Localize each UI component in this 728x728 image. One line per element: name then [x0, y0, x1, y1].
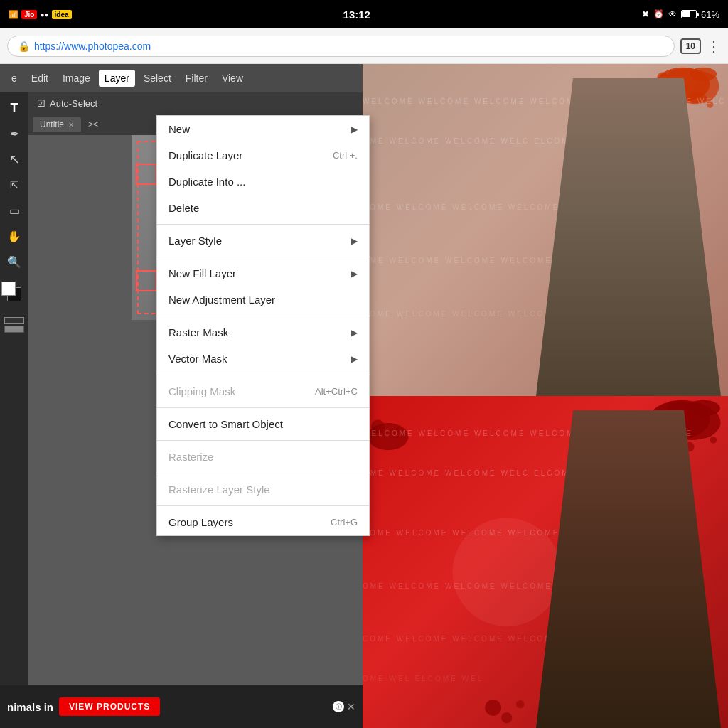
canvas-tab-untitle[interactable]: Untitle ✕	[33, 117, 81, 132]
ad-controls: ⓘ ✕	[333, 701, 355, 712]
dropdown-item-new-fill-layer[interactable]: New Fill Layer▶	[157, 260, 369, 287]
tool-transform[interactable]: ⇱	[3, 173, 26, 196]
auto-select-bar: ☑ Auto-Select	[34, 98, 100, 109]
dropdown-submenu-arrow: ▶	[351, 124, 358, 134]
status-time: 13:12	[343, 9, 370, 21]
canvas-tabs: ☑ Auto-Select	[28, 92, 363, 114]
dropdown-shortcut: Alt+Ctrl+C	[315, 386, 358, 397]
dropdown-item-label: Layer Style	[168, 235, 222, 247]
tool-zoom[interactable]: 🔍	[3, 250, 26, 273]
carrier-jio: Jio	[21, 10, 37, 19]
ad-info-icon[interactable]: ⓘ	[333, 701, 344, 712]
menu-item-edit[interactable]: Edit	[26, 70, 54, 87]
layer-dropdown-menu: New▶Duplicate LayerCtrl +.Duplicate Into…	[156, 115, 370, 536]
fg-color-swatch[interactable]	[1, 282, 16, 296]
dropdown-divider	[157, 224, 369, 225]
menu-item-view[interactable]: View	[216, 70, 249, 87]
dropdown-item-label: New	[168, 123, 190, 135]
dropdown-item-label: Delete	[168, 202, 199, 214]
tool-select[interactable]: ↖	[3, 148, 26, 171]
carrier-idea: idea	[52, 10, 72, 19]
status-left: 📶 Jio ●● idea	[9, 10, 72, 19]
dropdown-item-clipping-mask: Clipping MaskAlt+Ctrl+C	[157, 378, 369, 405]
layer-d	[4, 317, 24, 324]
dropdown-divider	[157, 473, 369, 473]
expand-icon[interactable]: ><	[84, 117, 102, 132]
main-content: e Edit Image Layer Select Filter View T …	[0, 64, 728, 728]
dropdown-item-duplicate-into-...[interactable]: Duplicate Into ...	[157, 168, 369, 195]
tab-count[interactable]: 10	[680, 38, 701, 54]
more-options-icon[interactable]: ⋮	[707, 38, 721, 55]
dropdown-item-duplicate-layer[interactable]: Duplicate LayerCtrl +.	[157, 142, 369, 168]
dropdown-divider	[157, 375, 369, 375]
dropdown-item-group-layers[interactable]: Group LayersCtrl+G	[157, 509, 369, 535]
dropdown-item-right: Ctrl+G	[331, 517, 358, 528]
image-top: WELCOME WELCOME WELCOME WELCOME WELCOME …	[363, 64, 728, 396]
dropdown-divider	[157, 257, 369, 257]
menu-item-e[interactable]: e	[6, 70, 23, 87]
tool-pen[interactable]: ✒	[3, 122, 26, 145]
dropdown-submenu-arrow: ▶	[351, 328, 358, 338]
auto-select-label: Auto-Select	[50, 98, 97, 109]
ad-banner: nimals in VIEW PRODUCTS ⓘ ✕	[0, 685, 363, 728]
dropdown-divider	[157, 440, 369, 441]
tab-title: Untitle	[40, 119, 64, 129]
ad-view-products-button[interactable]: VIEW PRODUCTS	[59, 697, 160, 716]
dropdown-divider	[157, 407, 369, 408]
tool-hand[interactable]: ✋	[3, 225, 26, 247]
image-bottom: WELCOME WELCOME WELCOME WELCOME WELCOME …	[363, 396, 728, 728]
tool-arrow[interactable]: T	[3, 97, 26, 119]
dropdown-item-label: Convert to Smart Object	[168, 418, 283, 430]
dropdown-item-label: Duplicate Into ...	[168, 176, 245, 188]
dropdown-submenu-arrow: ▶	[351, 269, 358, 279]
menu-bar: e Edit Image Layer Select Filter View	[0, 64, 363, 92]
dropdown-item-raster-mask[interactable]: Raster Mask▶	[157, 319, 369, 346]
dropdown-item-label: New Adjustment Layer	[168, 294, 275, 306]
dropdown-divider	[157, 316, 369, 316]
dropdown-divider	[157, 505, 369, 506]
url-bar: 🔒 https://www.photopea.com 10 ⋮	[0, 28, 728, 64]
alarm-icon: ⏰	[653, 9, 664, 19]
menu-item-layer[interactable]: Layer	[99, 70, 135, 87]
dropdown-item-label: Vector Mask	[168, 353, 228, 365]
ad-text: nimals in	[7, 701, 53, 713]
dropdown-item-label: Raster Mask	[168, 326, 228, 338]
dropdown-item-label: Rasterize Layer Style	[168, 483, 270, 496]
dropdown-shortcut: Ctrl+G	[331, 517, 358, 528]
dropdown-item-right: ▶	[351, 354, 358, 364]
dropdown-item-right: Ctrl +.	[333, 150, 358, 161]
ad-close-icon[interactable]: ✕	[347, 701, 355, 712]
menu-item-select[interactable]: Select	[138, 70, 177, 87]
dropdown-item-right: ▶	[351, 328, 358, 338]
dropdown-item-label: New Fill Layer	[168, 267, 236, 279]
battery-percent: 61%	[701, 9, 719, 20]
dropdown-item-delete[interactable]: Delete	[157, 195, 369, 221]
dropdown-item-right: ▶	[351, 124, 358, 134]
left-toolbar: T ✒ ↖ ⇱ ▭ ✋ 🔍	[0, 92, 28, 685]
lock-icon: 🔒	[18, 41, 30, 52]
dropdown-item-vector-mask[interactable]: Vector Mask▶	[157, 346, 369, 372]
url-text: https://www.photopea.com	[34, 41, 151, 52]
menu-item-image[interactable]: Image	[57, 70, 96, 87]
tool-rect[interactable]: ▭	[3, 199, 26, 222]
dropdown-item-right: Alt+Ctrl+C	[315, 386, 358, 397]
dropdown-item-rasterize: Rasterize	[157, 444, 369, 470]
photopea-panel: e Edit Image Layer Select Filter View T …	[0, 64, 363, 728]
color-swatches[interactable]	[1, 282, 27, 307]
layer-icon	[4, 326, 24, 333]
dropdown-item-new-adjustment-layer[interactable]: New Adjustment Layer	[157, 287, 369, 313]
checkbox-checked[interactable]: ☑	[37, 98, 46, 109]
dropdown-item-convert-to-smart-object[interactable]: Convert to Smart Object	[157, 411, 369, 437]
dropdown-shortcut: Ctrl +.	[333, 150, 358, 161]
battery-fill	[682, 11, 690, 17]
menu-item-filter[interactable]: Filter	[180, 70, 213, 87]
battery-indicator	[681, 10, 697, 18]
dropdown-item-new[interactable]: New▶	[157, 116, 369, 142]
dropdown-item-label: Duplicate Layer	[168, 149, 242, 161]
right-panel: WELCOME WELCOME WELCOME WELCOME WELCOME …	[363, 64, 728, 728]
tab-close-icon[interactable]: ✕	[68, 121, 74, 129]
url-input[interactable]: 🔒 https://www.photopea.com	[7, 36, 675, 57]
dropdown-item-layer-style[interactable]: Layer Style▶	[157, 228, 369, 254]
layer-icons	[4, 317, 24, 333]
dropdown-item-label: Rasterize	[168, 451, 213, 463]
